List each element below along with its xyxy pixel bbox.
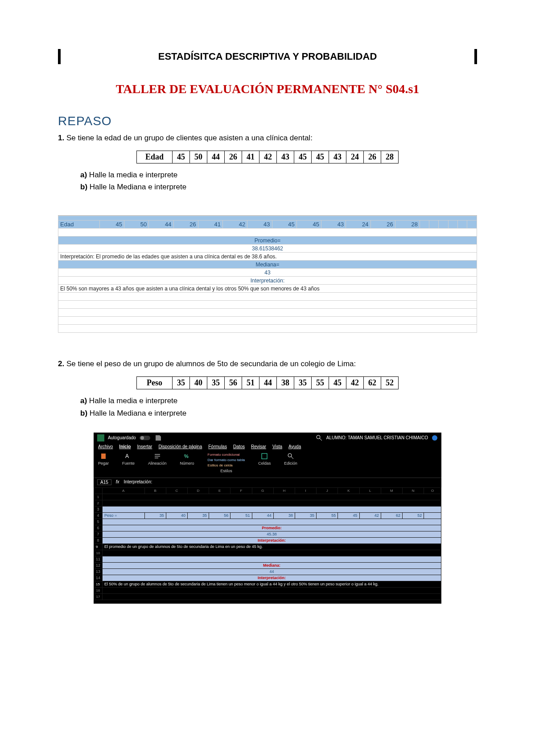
svg-rect-0 — [97, 434, 104, 441]
question-1-number: 1. — [58, 134, 64, 142]
excel-interp-prom[interactable]: El promedio de un grupo de alumnos de 5t… — [103, 544, 441, 550]
svg-text:%: % — [184, 454, 189, 459]
section-heading: REPASO — [58, 114, 477, 128]
q1-a: Halle la media e interprete — [89, 171, 177, 179]
tab-insertar[interactable]: Insertar — [137, 444, 152, 449]
excel-peso-row: 4 Peso = 35 40 35 56 51 44 38 35 55 45 4… — [94, 512, 441, 519]
q2-val: 42 — [346, 377, 364, 389]
svg-point-13 — [288, 454, 292, 457]
sheet1-med-label: Mediana= — [58, 261, 477, 269]
excel-prom-val[interactable]: 45.38 — [103, 531, 441, 537]
excel-med-label[interactable]: Mediana: — [103, 562, 441, 568]
sheet1-prom-value: 38.61538462 — [58, 245, 477, 253]
q2-val: 35 — [294, 377, 312, 389]
q2-data-table: Peso 35 40 35 56 51 44 38 35 55 45 42 62… — [136, 376, 399, 389]
q2-val: 40 — [190, 377, 207, 389]
tab-disposicion[interactable]: Disposición de página — [158, 444, 202, 449]
ribbon-group-celdas[interactable]: Celdas — [258, 453, 271, 473]
course-header: ESTADÍSITCA DESCRIPTIVA Y PROBABILIDAD — [58, 49, 477, 64]
question-2: 2. Se tiene el peso de un grupo de alumn… — [58, 360, 477, 368]
sheet1-interp-label: Interpretación: — [58, 277, 477, 285]
svg-point-3 — [317, 435, 320, 439]
q2-a: Halle la media e interprete — [89, 396, 177, 405]
user-avatar-icon — [432, 435, 438, 441]
workshop-title: TALLER DE EVALUACIÓN PERMANENTE N° S04.s… — [58, 82, 477, 96]
ribbon-group-edicion[interactable]: Edición — [284, 453, 297, 473]
question-2-text: Se tiene el peso de un grupo de alumnos … — [66, 360, 356, 368]
tab-vista[interactable]: Vista — [272, 444, 282, 449]
q2-val: 55 — [312, 377, 329, 389]
question-1-text: Se tiene la edad de un grupo de clientes… — [66, 134, 313, 142]
excel-ribbon: Pegar A Fuente Alineación % Número Forma… — [94, 450, 441, 478]
sheet1-edad-row: Edad 45 50 44 26 41 42 43 45 45 43 24 26… — [58, 221, 477, 229]
autosave-label: Autoguardado — [108, 435, 136, 440]
fx-icon[interactable]: fx — [116, 479, 119, 485]
q1-data-table: Edad 45 50 44 26 41 42 43 45 45 43 24 26… — [136, 151, 399, 163]
formula-content[interactable]: Interpretación: — [124, 479, 438, 485]
q1-val: 43 — [277, 151, 294, 163]
excel-formula-bar: A15 fx Interpretación: — [94, 478, 441, 486]
svg-rect-12 — [262, 454, 267, 459]
ribbon-group-pegar[interactable]: Pegar — [98, 453, 109, 473]
q1-val: 45 — [312, 151, 329, 163]
q1-val: 50 — [190, 151, 207, 163]
svg-point-5 — [432, 435, 437, 441]
q2-val: 45 — [329, 377, 346, 389]
search-icon[interactable] — [316, 434, 323, 441]
ribbon-group-estilos[interactable]: Formato condicional Dar formato como tab… — [208, 453, 245, 473]
sheet1-interp-med: El 50% son mayores a 43 años que asisten… — [58, 285, 477, 293]
save-icon[interactable] — [155, 434, 162, 441]
q1-val: 28 — [381, 151, 399, 163]
q1-val: 26 — [225, 151, 242, 163]
q1-spreadsheet: Edad 45 50 44 26 41 42 43 45 45 43 24 26… — [58, 215, 477, 333]
q2-subitems: a) Halle la media e interprete b) Halle … — [80, 395, 477, 419]
excel-titlebar: Autoguardado ALUMNO: TAMAN SAMUEL CRISTI… — [94, 433, 441, 443]
svg-text:A: A — [125, 453, 129, 459]
toggle-off-icon[interactable] — [140, 435, 151, 441]
excel-app-icon — [97, 434, 104, 441]
ribbon-group-alineacion[interactable]: Alineación — [148, 453, 167, 473]
align-icon — [154, 453, 161, 460]
tab-revisar[interactable]: Revisar — [251, 444, 266, 449]
q2-b: Halle la Mediana e interprete — [90, 409, 186, 417]
svg-line-14 — [291, 457, 293, 459]
percent-icon: % — [184, 453, 191, 460]
q1-val: 42 — [259, 151, 277, 163]
tab-inicio[interactable]: Inicio — [119, 444, 131, 449]
excel-interp-med[interactable]: El 50% de un grupo de alumnos de 5to de … — [103, 581, 441, 587]
tab-archivo[interactable]: Archivo — [98, 444, 113, 449]
sheet1-med-value: 43 — [58, 269, 477, 277]
sheet1-interp-prom: Interpretación: El promedio de las edade… — [58, 253, 477, 261]
excel-user: ALUMNO: TAMAN SAMUEL CRISTIAN CHIMAICO — [326, 435, 428, 440]
font-icon: A — [125, 453, 132, 460]
q1-b: Halle la Mediana e interprete — [90, 183, 186, 191]
excel-prom-label[interactable]: Promedio: — [103, 525, 441, 531]
q2-val: 44 — [259, 377, 277, 389]
q2-val: 38 — [277, 377, 294, 389]
excel-med-val[interactable]: 44 — [103, 568, 441, 575]
tab-formulas[interactable]: Fórmulas — [208, 444, 227, 449]
q2-val: 35 — [173, 377, 190, 389]
question-1: 1. Se tiene la edad de un grupo de clien… — [58, 134, 477, 143]
question-2-number: 2. — [58, 360, 64, 368]
search-edit-icon — [287, 453, 294, 460]
svg-point-2 — [140, 436, 144, 440]
tab-datos[interactable]: Datos — [233, 444, 245, 449]
q1-row-label: Edad — [137, 151, 173, 163]
ribbon-group-fuente[interactable]: A Fuente — [122, 453, 135, 473]
excel-grid: A B C D E F G H I J K L M N O 1 2 — [94, 486, 441, 604]
excel-interp2-label[interactable]: Interpretación: — [103, 575, 441, 581]
cell-ref[interactable]: A15 — [97, 479, 111, 485]
q2-val: 52 — [381, 377, 399, 389]
q1-val: 45 — [173, 151, 190, 163]
paste-icon — [100, 453, 107, 460]
excel-interp-label[interactable]: Interpretación: — [103, 537, 441, 544]
q1-subitems: a) Halle la media e interprete b) Halle … — [80, 169, 477, 193]
q1-val: 44 — [207, 151, 225, 163]
svg-rect-6 — [101, 454, 106, 459]
q2-row-label: Peso — [137, 377, 173, 389]
tab-ayuda[interactable]: Ayuda — [288, 444, 301, 449]
ribbon-group-numero[interactable]: % Número — [180, 453, 194, 473]
q2-val: 62 — [364, 377, 381, 389]
q1-val: 24 — [346, 151, 364, 163]
